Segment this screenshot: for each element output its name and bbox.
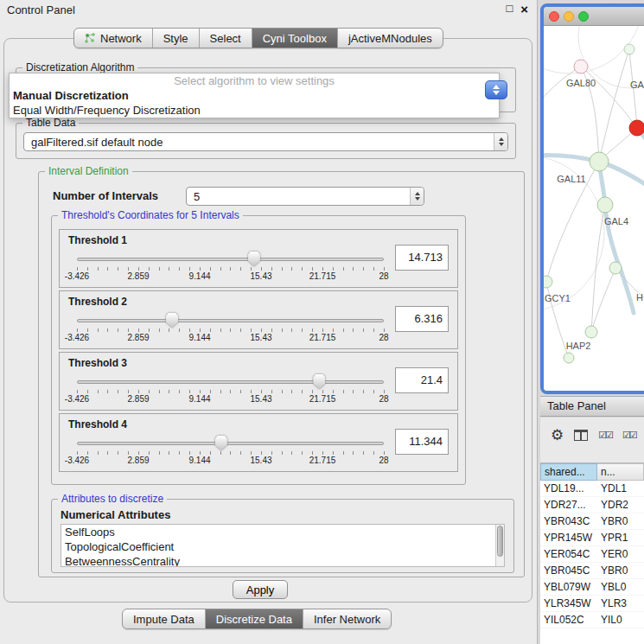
threshold-slider[interactable] [77,435,384,452]
slider-thumb[interactable] [248,252,260,266]
number-of-intervals-label: Number of Intervals [53,189,158,202]
close-traffic-light-icon[interactable] [549,11,559,22]
tab-label: jActiveMNodules [348,32,432,45]
slider-tick-label: -3.426 [65,394,89,404]
slider-tick-label: 9.144 [188,456,210,465]
tab-style[interactable]: Style [152,29,199,48]
combo-stepper-icon[interactable] [410,188,424,205]
threshold-value-field[interactable]: 6.316 [395,306,449,332]
network-canvas[interactable]: GAL80GAGAL11GAL4GCY1HHAP2 [544,26,644,391]
dropdown-option-equal-width[interactable]: Equal Width/Frequency Discretization [10,102,499,117]
slider-tick-label: 2.859 [127,456,149,465]
list-scrollbar[interactable] [495,525,504,566]
table-row[interactable]: YBR045CYBR0 [540,563,644,579]
attribute-list-item[interactable]: TopologicalCoefficient [61,539,504,554]
slider-thumb[interactable] [313,374,325,389]
node-label: GAL80 [566,78,596,88]
slider-track[interactable] [77,380,384,384]
threshold-slider[interactable] [77,312,384,329]
table-row[interactable]: YLR345WYLR3 [540,596,644,612]
table-row[interactable]: YER054CYER0 [540,546,644,563]
network-node[interactable] [564,353,574,363]
tab-cyni-toolbox[interactable]: Cyni Toolbox [252,29,337,48]
table-data-combo[interactable]: galFiltered.sif default node [23,132,508,151]
threshold-slider[interactable] [77,373,384,391]
network-node[interactable] [629,120,644,136]
tab-discretize-data[interactable]: Discretize Data [205,609,303,628]
threshold-slider[interactable] [77,251,384,268]
network-node[interactable] [624,44,634,54]
node-label: HAP2 [566,341,591,351]
table-header-row: shared... n... [540,463,644,481]
slider-tick-label: 15.43 [250,394,271,404]
tab-select[interactable]: Select [199,29,252,48]
slider-thumb[interactable] [166,313,178,328]
cell-name: YLR3 [597,596,644,611]
table-row[interactable]: YPR145WYPR1 [540,530,644,546]
cell-shared-name: YDL19... [540,481,597,496]
scrollbar-thumb[interactable] [497,526,503,557]
top-tab-bar: NetworkStyleSelectCyni ToolboxjActiveMNo… [73,28,443,48]
table-row[interactable]: YDR27...YDR2 [540,497,644,513]
slider-track[interactable] [77,319,384,322]
network-node[interactable] [574,60,588,73]
table-row[interactable]: YDL19...YDL1 [540,481,644,497]
cell-shared-name: YER054C [540,546,597,562]
slider-tick-label: 9.144 [188,333,210,342]
tab-impute-data[interactable]: Impute Data [123,609,205,628]
table-columns-icon[interactable] [574,430,588,441]
column-header-name[interactable]: n... [597,463,644,481]
table-toolbar: ⚙ ☑☑ ☑☑ [540,421,644,449]
slider-scale-labels: -3.4262.8599.14415.4321.71528 [77,333,384,343]
threshold-panel: Threshold 4-3.4262.8599.14415.4321.71528… [59,413,458,472]
network-node[interactable] [609,262,622,274]
tab-infer-network[interactable]: Infer Network [303,609,391,628]
threshold-value-field[interactable]: 21.4 [395,367,449,393]
close-window-icon[interactable]: × [520,2,528,16]
tab-network[interactable]: Network [74,29,152,48]
select-rows-icon[interactable]: ☑☑ [622,430,636,441]
algorithm-combo-stepper[interactable] [485,80,507,99]
table-row[interactable]: YBR043CYBR0 [540,513,644,530]
cell-shared-name: YLR345W [540,596,597,611]
select-columns-icon[interactable]: ☑☑ [598,430,612,441]
apply-button[interactable]: Apply [233,580,288,599]
minimize-traffic-light-icon[interactable] [564,11,574,22]
attribute-list-item[interactable]: BetweennessCentrality [61,554,504,567]
dropdown-option-manual[interactable]: Manual Discretization [10,87,499,102]
threshold-panels: Threshold 1-3.4262.8599.14415.4321.71528… [52,216,465,484]
slider-tick-marks [77,390,385,393]
bottom-tab-bar: Impute DataDiscretize DataInfer Network [122,609,392,629]
number-of-intervals-combo[interactable]: 5 [186,187,424,206]
node-label: GA [630,80,644,90]
threshold-value-field[interactable]: 11.344 [395,429,449,455]
float-window-icon[interactable]: □ [506,2,513,16]
cell-name: YPR1 [597,530,644,545]
numerical-attributes-list[interactable]: SelfLoopsTopologicalCoefficientBetweenne… [61,524,505,567]
tab-jactivemnodules[interactable]: jActiveMNodules [337,29,443,48]
table-row[interactable]: YBL079WYBL0 [540,579,644,596]
slider-track[interactable] [77,442,384,445]
slider-tick-label: 2.859 [127,333,149,342]
slider-thumb[interactable] [215,436,227,450]
slider-track[interactable] [77,258,384,261]
column-header-shared-name[interactable]: shared... [540,463,597,481]
attribute-list-item[interactable]: SelfLoops [61,525,504,539]
cell-name: YIL0 [597,612,644,628]
network-node[interactable] [597,197,613,213]
network-node[interactable] [544,276,552,288]
slider-tick-label: 28 [379,271,388,281]
zoom-traffic-light-icon[interactable] [578,11,589,22]
network-node[interactable] [590,152,609,171]
threshold-value-field[interactable]: 14.713 [395,245,449,271]
table-row[interactable]: YIL052CYIL0 [540,612,644,628]
stepper-up-icon [493,85,500,89]
gear-icon[interactable]: ⚙ [551,426,564,444]
combo-stepper-icon[interactable] [494,133,507,150]
cell-name: YDR2 [597,497,644,513]
tab-label: Infer Network [314,613,380,626]
threshold-label: Threshold 2 [68,296,127,308]
network-node[interactable] [585,326,597,338]
algorithm-dropdown-list: Select algorithm to view settings Manual… [9,73,500,118]
slider-tick-label: 28 [379,456,388,465]
